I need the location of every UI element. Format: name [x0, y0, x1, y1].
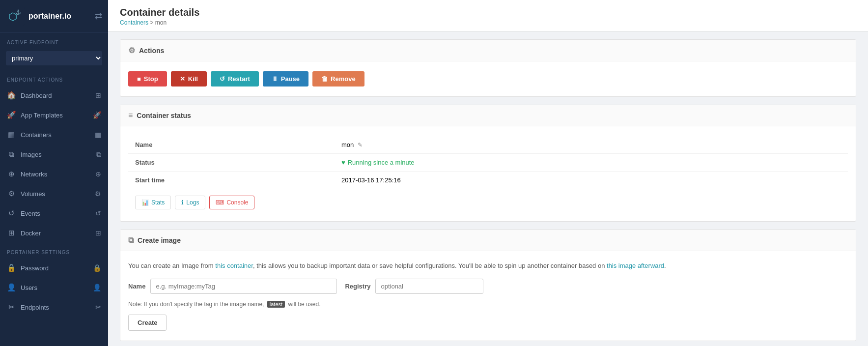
networks-badge-icon: ⊕ [95, 170, 101, 178]
note-text: Note: If you don't specify the tag in th… [128, 301, 848, 308]
latest-badge: latest [267, 301, 285, 308]
endpoint-select[interactable]: primary [6, 51, 102, 65]
create-image-form-row: Name Registry [128, 279, 848, 294]
stats-icon: 📊 [141, 199, 149, 206]
kill-button[interactable]: ✕ Kill [171, 71, 207, 86]
table-row: Name mon ✎ [128, 136, 848, 154]
sidebar-item-endpoints[interactable]: ✂ Endpoints ✂ [0, 297, 108, 317]
status-label: Status [128, 154, 335, 172]
remove-button[interactable]: 🗑 Remove [312, 71, 364, 86]
password-badge-icon: 🔒 [93, 264, 101, 272]
users-icon: 👤 [7, 283, 16, 292]
sidebar-item-label: Images [21, 151, 91, 158]
image-name-input[interactable] [150, 279, 337, 294]
registry-form-group: Registry [345, 279, 483, 294]
registry-input[interactable] [375, 279, 483, 294]
stop-label: Stop [144, 75, 158, 83]
this-image-link[interactable]: this image afterward [607, 262, 664, 269]
sidebar-item-label: Dashboard [21, 92, 90, 99]
kill-icon: ✕ [180, 75, 185, 83]
stats-link[interactable]: 📊 Stats [135, 196, 171, 209]
endpoint-selector[interactable]: primary [0, 48, 108, 70]
sidebar-item-app-templates[interactable]: 🚀 App Templates 🚀 [0, 105, 108, 125]
switch-endpoint-icon[interactable]: ⇄ [95, 11, 102, 22]
stats-label: Stats [151, 199, 165, 206]
dashboard-badge-icon: ⊞ [95, 91, 101, 99]
console-label: Console [226, 199, 248, 206]
sidebar-item-label: Events [21, 210, 90, 217]
create-image-description: You can create an Image from this contai… [128, 261, 848, 271]
name-form-group: Name [128, 279, 337, 294]
sidebar-item-label: Networks [21, 171, 90, 178]
actions-section: ⚙ Actions ■ Stop ✕ Kill ↺ Restart ⏸ [120, 39, 856, 97]
breadcrumb: Containers > mon [120, 19, 856, 26]
sidebar-item-images[interactable]: ⧉ Images ⧉ [0, 144, 108, 164]
networks-icon: ⊕ [7, 170, 16, 178]
sidebar: ⬡ ⚓ portainer.io ⇄ ACTIVE ENDPOINT prima… [0, 0, 108, 346]
sidebar-item-password[interactable]: 🔒 Password 🔒 [0, 258, 108, 278]
sidebar-item-events[interactable]: ↺ Events ↺ [0, 203, 108, 223]
sidebar-item-label: Password [21, 264, 88, 272]
actions-section-header: ⚙ Actions [120, 40, 856, 61]
sidebar-item-label: Containers [21, 131, 90, 139]
restart-label: Restart [228, 75, 250, 83]
restart-button[interactable]: ↺ Restart [211, 71, 259, 86]
create-label: Create [138, 319, 157, 326]
events-icon: ↺ [7, 209, 16, 218]
restart-icon: ↺ [220, 75, 225, 83]
breadcrumb-current: mon [155, 19, 167, 26]
volumes-badge-icon: ⚙ [95, 190, 101, 198]
pause-button[interactable]: ⏸ Pause [263, 71, 308, 86]
main-content: Container details Containers > mon ⚙ Act… [108, 0, 868, 346]
sidebar-item-docker[interactable]: ⊞ Docker ⊞ [0, 223, 108, 243]
status-section-label: Container status [137, 112, 191, 119]
sidebar-item-networks[interactable]: ⊕ Networks ⊕ [0, 164, 108, 184]
logs-link[interactable]: ℹ Logs [175, 196, 205, 209]
active-endpoint-label: ACTIVE ENDPOINT [0, 33, 108, 48]
create-image-body: You can create an Image from this contai… [120, 251, 856, 341]
heart-icon: ♥ [341, 159, 345, 166]
events-badge-icon: ↺ [95, 209, 101, 217]
status-section-icon: ≡ [128, 111, 133, 120]
pause-label: Pause [281, 75, 300, 83]
container-name: mon [341, 141, 354, 148]
breadcrumb-separator: > [150, 19, 155, 26]
quick-links: 📊 Stats ℹ Logs ⌨ Console [128, 192, 848, 211]
create-image-section-icon: ⧉ [128, 236, 134, 245]
name-label: Name [128, 136, 335, 154]
sidebar-item-label: Users [21, 284, 88, 291]
containers-icon: ▦ [7, 130, 16, 139]
breadcrumb-containers-link[interactable]: Containers [120, 19, 148, 26]
app-templates-icon: 🚀 [7, 111, 16, 119]
table-row: Start time 2017-03-16 17:25:16 [128, 172, 848, 189]
this-container-link[interactable]: this container [215, 262, 253, 269]
endpoints-badge-icon: ✂ [95, 303, 101, 311]
sidebar-item-volumes[interactable]: ⚙ Volumes ⚙ [0, 184, 108, 203]
volumes-icon: ⚙ [7, 189, 16, 198]
actions-section-icon: ⚙ [128, 46, 135, 55]
edit-name-icon[interactable]: ✎ [358, 142, 363, 148]
image-name-label: Name [128, 283, 145, 290]
logs-icon: ℹ [181, 199, 184, 206]
create-button[interactable]: Create [128, 315, 167, 331]
sidebar-item-dashboard[interactable]: 🏠 Dashboard ⊞ [0, 86, 108, 105]
sidebar-logo: ⬡ ⚓ portainer.io ⇄ [0, 0, 108, 33]
console-link[interactable]: ⌨ Console [209, 196, 254, 209]
stop-button[interactable]: ■ Stop [128, 71, 167, 86]
portainer-settings-label: PORTAINER SETTINGS [0, 243, 108, 258]
portainer-logo-icon: ⬡ ⚓ [6, 7, 25, 26]
table-row: Status ♥ Running since a minute [128, 154, 848, 172]
sidebar-item-containers[interactable]: ▦ Containers ▦ [0, 125, 108, 144]
remove-label: Remove [331, 75, 356, 83]
registry-label: Registry [345, 283, 370, 290]
sidebar-item-label: App Templates [21, 112, 88, 119]
app-templates-badge-icon: 🚀 [93, 111, 101, 119]
create-image-header: ⧉ Create image [120, 230, 856, 251]
page-header: Container details Containers > mon [108, 0, 868, 31]
sidebar-item-users[interactable]: 👤 Users 👤 [0, 278, 108, 297]
name-value: mon ✎ [335, 136, 848, 154]
endpoint-actions-label: ENDPOINT ACTIONS [0, 70, 108, 86]
actions-section-label: Actions [139, 47, 164, 55]
status-table: Name mon ✎ Status ♥ Running since a minu… [128, 136, 848, 189]
actions-section-body: ■ Stop ✕ Kill ↺ Restart ⏸ Pause 🗑 Rem [120, 61, 856, 96]
